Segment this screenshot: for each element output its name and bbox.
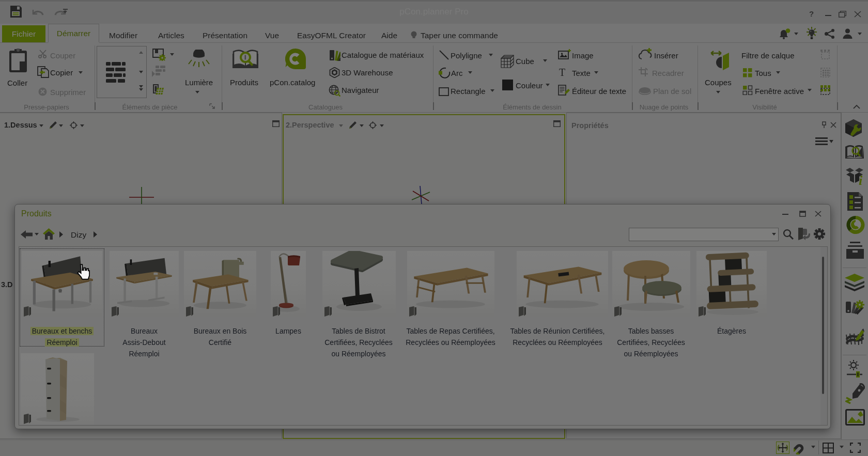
svg-text:i: i xyxy=(859,173,863,186)
